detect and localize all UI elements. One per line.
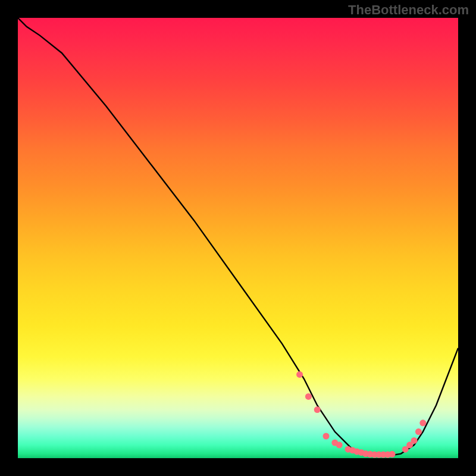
data-marker <box>389 451 396 458</box>
chart-svg <box>18 18 458 458</box>
data-marker <box>296 371 303 378</box>
watermark-text: TheBottleneck.com <box>348 2 469 18</box>
data-marker <box>314 406 321 413</box>
bottleneck-curve <box>18 18 458 456</box>
data-marker <box>415 428 422 435</box>
data-marker <box>305 393 312 400</box>
data-marker <box>419 419 426 426</box>
plot-area <box>18 18 458 458</box>
data-marker <box>323 433 330 440</box>
data-marker <box>411 437 418 444</box>
data-marker <box>336 441 343 448</box>
data-markers <box>296 371 426 458</box>
